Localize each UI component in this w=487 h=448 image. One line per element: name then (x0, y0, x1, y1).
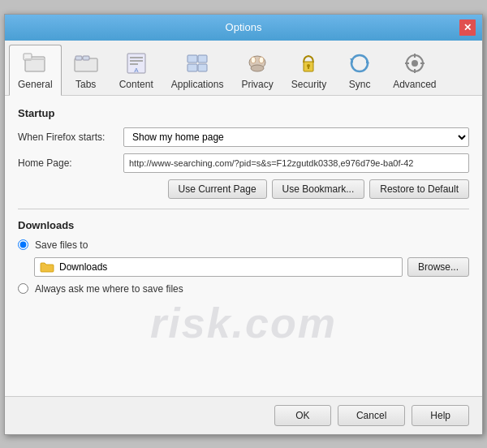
home-page-row: Home Page: (18, 153, 469, 173)
downloads-section: Downloads Save files to Downloads Browse… (18, 219, 469, 295)
svg-rect-4 (75, 56, 82, 60)
svg-point-16 (251, 57, 256, 63)
svg-rect-5 (83, 56, 89, 60)
cancel-button[interactable]: Cancel (338, 405, 405, 426)
footer: OK Cancel Help (5, 396, 482, 434)
svg-rect-12 (187, 64, 197, 71)
window-title: Options (28, 21, 459, 33)
help-button[interactable]: Help (412, 405, 469, 426)
downloads-path-display: Downloads (34, 257, 403, 277)
when-starts-label: When Firefox starts: (18, 131, 123, 143)
downloads-title: Downloads (18, 219, 469, 231)
svg-rect-9 (130, 63, 138, 65)
svg-rect-27 (414, 69, 416, 73)
use-bookmark-button[interactable]: Use Bookmark... (272, 179, 365, 199)
ok-button[interactable]: OK (274, 405, 331, 426)
svg-point-25 (412, 60, 418, 67)
when-starts-select[interactable]: Show my home page (123, 127, 469, 147)
tab-applications[interactable]: Applications (162, 45, 233, 95)
startup-title: Startup (18, 107, 469, 119)
main-content: risk.com Startup When Firefox starts: Sh… (5, 96, 482, 396)
home-page-label: Home Page: (18, 157, 123, 169)
tab-sync-label: Sync (349, 79, 371, 90)
save-files-radio[interactable] (18, 239, 28, 250)
folder-icon (40, 261, 54, 273)
watermark: risk.com (150, 299, 337, 347)
tab-general-label: General (18, 79, 53, 90)
content-icon: A (123, 50, 149, 76)
ask-save-label: Always ask me where to save files (35, 283, 183, 295)
downloads-path-text: Downloads (59, 261, 107, 273)
browse-button[interactable]: Browse... (407, 257, 469, 277)
save-files-label: Save files to (35, 239, 88, 251)
options-window: Options ✕ General Tabs (4, 14, 483, 435)
svg-rect-26 (414, 54, 416, 58)
tab-tabs[interactable]: Tabs (62, 45, 110, 95)
sync-icon (347, 50, 373, 76)
tab-privacy-label: Privacy (241, 79, 273, 90)
svg-rect-29 (420, 62, 425, 64)
svg-rect-28 (405, 62, 409, 64)
tab-privacy[interactable]: Privacy (232, 45, 282, 95)
svg-point-17 (259, 57, 264, 63)
titlebar: Options ✕ (5, 15, 482, 41)
privacy-icon (244, 50, 270, 76)
tab-general[interactable]: General (9, 45, 62, 96)
close-button[interactable]: ✕ (459, 19, 476, 36)
ask-save-radio[interactable] (18, 283, 28, 294)
section-divider (18, 209, 469, 209)
tab-security[interactable]: Security (282, 45, 335, 95)
svg-rect-8 (130, 60, 143, 62)
when-starts-row: When Firefox starts: Show my home page (18, 127, 469, 147)
ask-save-row: Always ask me where to save files (18, 283, 469, 295)
use-current-button[interactable]: Use Current Page (168, 179, 267, 199)
svg-rect-14 (198, 64, 207, 71)
svg-rect-13 (198, 55, 207, 62)
tab-applications-label: Applications (171, 79, 224, 90)
applications-icon (184, 50, 210, 76)
general-icon (22, 50, 48, 76)
downloads-path-row: Downloads Browse... (34, 257, 469, 277)
svg-rect-7 (130, 57, 143, 58)
restore-default-button[interactable]: Restore to Default (369, 179, 469, 199)
svg-point-18 (251, 65, 264, 71)
tab-content-label: Content (119, 79, 153, 90)
tabs-icon (73, 50, 99, 76)
tab-advanced-label: Advanced (393, 79, 436, 90)
svg-rect-21 (308, 66, 309, 69)
tab-sync[interactable]: Sync (335, 45, 384, 95)
tab-tabs-label: Tabs (75, 79, 96, 90)
security-icon (295, 50, 321, 76)
home-page-input[interactable] (123, 153, 469, 173)
svg-rect-2 (25, 58, 45, 60)
tab-security-label: Security (291, 79, 326, 90)
svg-text:A: A (134, 67, 139, 74)
tab-advanced[interactable]: Advanced (384, 45, 445, 95)
tab-content[interactable]: A Content (110, 45, 162, 95)
startup-section: Startup When Firefox starts: Show my hom… (18, 107, 469, 199)
svg-rect-11 (187, 55, 197, 62)
advanced-icon (402, 50, 428, 76)
startup-buttons: Use Current Page Use Bookmark... Restore… (123, 179, 469, 199)
save-files-row: Save files to (18, 239, 469, 251)
toolbar: General Tabs A Co (5, 41, 482, 96)
